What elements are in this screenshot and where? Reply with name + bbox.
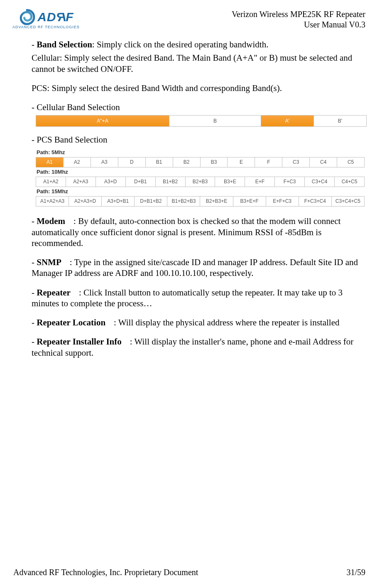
page-header: ADRF ADVANCED RF TECHNOLOGIES Verizon Wi… (13, 8, 365, 30)
pcs-row: A1A2A3DB1B2B3EFC3C4C5 (36, 157, 365, 167)
pcs-band-grid: Path: 5MhzA1A2A3DB1B2B3EFC3C4C5Path: 10M… (36, 148, 365, 207)
pcs-band-cell[interactable]: F (255, 157, 282, 167)
cellular-band-cell[interactable]: A' (261, 115, 314, 127)
pcs-band-cell[interactable]: B1+B2+B3 (167, 196, 200, 207)
pcs-band-cell[interactable]: A3+D (96, 177, 126, 187)
footer-left: Advanced RF Technologies, Inc. Proprieta… (13, 568, 198, 577)
pcs-band-cell[interactable]: A3+D+B1 (102, 196, 135, 207)
repeater-rest: : Click Install button to automatically … (32, 288, 343, 308)
pcs-row: A1+A2+A3A2+A3+DA3+D+B1D+B1+B2B1+B2+B3B2+… (36, 196, 365, 207)
doc-version: User Manual V0.3 (232, 20, 365, 30)
pcs-band-cell[interactable]: A3 (91, 157, 118, 167)
pcs-band-cell[interactable]: D (118, 157, 146, 167)
pcs-band-cell[interactable]: B3+E+F (233, 196, 266, 207)
snmp-lead: - (32, 257, 37, 267)
band-selection-bold: Band Selection (37, 39, 92, 49)
pcs-band-cell[interactable]: C3+C4+C5 (332, 196, 365, 207)
pcs-band-cell[interactable]: A2+A3+D (69, 196, 102, 207)
header-titles: Verizon Wireless MPE25K RF Repeater User… (232, 9, 365, 30)
modem-lead: - (32, 216, 37, 226)
pcs-desc: PCS: Simply select the desired Band Widt… (32, 83, 361, 93)
pcs-path-label: Path: 10Mhz (36, 167, 365, 177)
band-selection-rest: : Simply click on the desired operating … (92, 39, 269, 49)
repeater-bold: Repeater (37, 288, 71, 298)
logo-swirl-icon (18, 8, 36, 26)
pcs-band-cell[interactable]: A2 (64, 157, 91, 167)
pcs-heading: - PCS Band Selection (32, 134, 361, 145)
pcs-band-cell[interactable]: B2+B3 (186, 177, 215, 187)
repeater-lead: - (32, 288, 37, 298)
pcs-band-cell[interactable]: F+C3 (275, 177, 305, 187)
pcs-band-cell[interactable]: A1+A2+A3 (36, 196, 69, 207)
pcs-band-cell[interactable]: B1+B2 (156, 177, 186, 187)
loc-rest: : Will display the physical address wher… (105, 317, 339, 327)
cellular-desc: Cellular: Simply select the desired Band… (32, 52, 361, 74)
inst-lead: - (32, 337, 37, 347)
pcs-band-cell[interactable]: A2+A3 (66, 177, 96, 187)
loc-bold: Repeater Location (37, 317, 105, 327)
snmp-rest: : Type in the assigned site/cascade ID a… (32, 257, 358, 278)
pcs-band-cell[interactable]: B3 (201, 157, 228, 167)
inst-bold: Repeater Installer Info (37, 337, 122, 347)
pcs-band-cell[interactable]: B2+B3+E (200, 196, 233, 207)
modem-bold: Modem (37, 216, 65, 226)
doc-title: Verizon Wireless MPE25K RF Repeater (232, 9, 365, 20)
pcs-band-cell[interactable]: B2 (173, 157, 201, 167)
band-selection-lead: - (32, 39, 37, 49)
pcs-band-cell[interactable]: C5 (337, 157, 365, 167)
pcs-band-cell[interactable]: C4 (310, 157, 337, 167)
page-footer: Advanced RF Technologies, Inc. Proprieta… (13, 568, 365, 577)
loc-lead: - (32, 317, 37, 327)
logo-main-text: ADRF (37, 10, 73, 24)
pcs-band-cell[interactable]: C3 (282, 157, 310, 167)
snmp-bold: SNMP (37, 257, 61, 267)
body-content: - Band Selection: Simply click on the de… (32, 39, 361, 358)
modem-rest: : By default, auto-connection box is che… (32, 216, 340, 248)
cellular-band-cell[interactable]: A"+A (36, 115, 169, 127)
cellular-heading: - Cellular Band Selection (32, 102, 361, 113)
pcs-band-cell[interactable]: B1 (146, 157, 173, 167)
pcs-band-cell[interactable]: A1 (36, 157, 64, 167)
pcs-path-label: Path: 15Mhz (36, 187, 365, 196)
pcs-band-cell[interactable]: A1+A2 (36, 177, 66, 187)
pcs-band-cell[interactable]: E+F (245, 177, 275, 187)
logo-sub-text: ADVANCED RF TECHNOLOGIES (12, 25, 80, 29)
pcs-band-cell[interactable]: C4+C5 (335, 177, 365, 187)
pcs-path-label: Path: 5Mhz (36, 148, 365, 157)
pcs-band-cell[interactable]: D+B1 (126, 177, 156, 187)
pcs-row: A1+A2A2+A3A3+DD+B1B1+B2B2+B3B3+EE+FF+C3C… (36, 177, 365, 187)
pcs-band-cell[interactable]: D+B1+B2 (135, 196, 167, 207)
pcs-band-cell[interactable]: E+F+C3 (266, 196, 299, 207)
pcs-band-cell[interactable]: F+C3+C4 (299, 196, 332, 207)
pcs-band-cell[interactable]: C3+C4 (305, 177, 335, 187)
footer-right: 31/59 (346, 568, 365, 577)
logo: ADRF ADVANCED RF TECHNOLOGIES (12, 8, 80, 29)
cellular-band-bar: A"+ABA'B' (36, 115, 365, 127)
pcs-band-cell[interactable]: E (228, 157, 255, 167)
cellular-band-cell[interactable]: B (169, 115, 261, 127)
pcs-band-cell[interactable]: B3+E (215, 177, 245, 187)
cellular-band-cell[interactable]: B' (314, 115, 367, 127)
